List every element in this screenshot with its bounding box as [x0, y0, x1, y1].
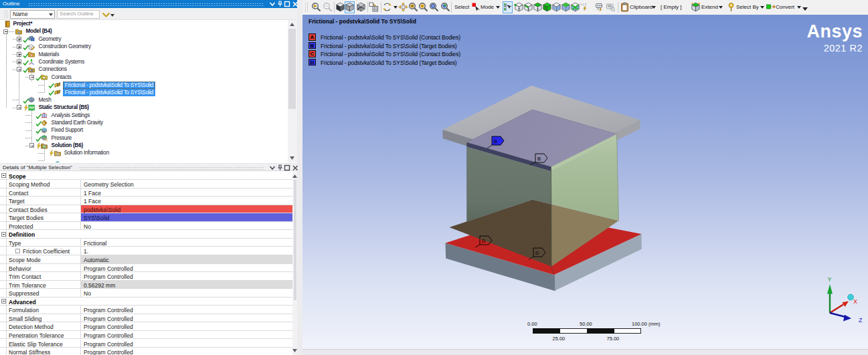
details-value[interactable]: 1.: [80, 247, 292, 255]
details-scrollbar[interactable]: [292, 172, 297, 355]
section-collapse-box[interactable]: [1, 232, 6, 237]
triad-x-axis[interactable]: X: [830, 298, 857, 313]
tree-item-mesh[interactable]: Mesh: [0, 96, 287, 104]
pin-icon[interactable]: [276, 164, 283, 171]
toolbar-grip[interactable]: [4, 10, 8, 18]
cube-gray-icon[interactable]: [345, 2, 355, 12]
sel-face-icon[interactable]: [533, 2, 543, 12]
zoom-minus-icon[interactable]: [408, 2, 418, 12]
sel-vertex-icon[interactable]: [514, 2, 524, 12]
select-by-icon[interactable]: [726, 2, 736, 12]
tree-item-static-structural-b5[interactable]: Static Structural (B5): [0, 104, 287, 111]
details-section-scope[interactable]: Scope: [0, 172, 292, 181]
details-value[interactable]: 1 Face: [80, 189, 292, 197]
select-label[interactable]: Select: [454, 0, 469, 15]
triad-iso-ball[interactable]: [848, 294, 854, 300]
clipboard-dropdown[interactable]: Clipboard: [630, 0, 653, 15]
clipboard-empty-status[interactable]: [ Empty ]: [661, 0, 682, 15]
zoom-plus-icon[interactable]: [418, 2, 428, 12]
maximize-icon[interactable]: [284, 164, 290, 171]
section-collapse-box[interactable]: [1, 173, 6, 178]
scroll-up-icon[interactable]: [288, 21, 297, 28]
extend-icon[interactable]: [691, 2, 701, 12]
chevron-down-icon[interactable]: [760, 6, 764, 9]
details-value[interactable]: Program Controlled: [80, 264, 292, 272]
chevron-down-icon[interactable]: [652, 6, 656, 9]
toolbar-grip[interactable]: [305, 2, 309, 13]
details-value[interactable]: 1 Face: [80, 197, 292, 205]
details-value[interactable]: podstvka\Solid: [80, 205, 292, 213]
tree-item-standard-earth-gravity[interactable]: Standard Earth Gravity: [0, 119, 287, 126]
scroll-thumb[interactable]: [294, 180, 296, 300]
tree-item-contacts[interactable]: Contacts: [0, 74, 287, 81]
scroll-down-icon[interactable]: [288, 154, 297, 162]
pin-note-icon[interactable]: [595, 2, 605, 12]
chevron-down-icon[interactable]: [269, 1, 276, 7]
chevron-down-icon[interactable]: [269, 164, 276, 171]
tree-item-project[interactable]: Project*: [0, 20, 287, 27]
details-value[interactable]: Program Controlled: [80, 306, 292, 314]
details-value[interactable]: Program Controlled: [80, 322, 292, 330]
tree-expand-minus[interactable]: [3, 29, 8, 34]
select-by-dropdown[interactable]: Select By: [736, 0, 759, 15]
zoom-green-icon[interactable]: [440, 2, 450, 12]
triad-y-axis[interactable]: Y: [827, 276, 833, 313]
tree-item-model-b4[interactable]: Model (B4): [0, 27, 287, 35]
outline-scrollbar[interactable]: [288, 20, 297, 162]
tree-item-materials[interactable]: Materials: [0, 51, 287, 58]
chevron-down-icon[interactable]: [797, 6, 801, 9]
sel-grid1-icon[interactable]: [551, 2, 561, 12]
tree-item-fixed-support[interactable]: Fixed Support: [0, 126, 287, 134]
scroll-up-icon[interactable]: [292, 172, 297, 180]
orientation-triad[interactable]: Y X Z: [796, 275, 868, 332]
cube-dark-icon[interactable]: [335, 2, 345, 12]
tree-item-solution-information[interactable]: Solution Information: [0, 149, 287, 156]
panel-splitter[interactable]: [297, 0, 302, 355]
select-mode-icon[interactable]: [503, 2, 513, 12]
toolbar-overflow-chevron-icon[interactable]: [802, 7, 808, 11]
scroll-down-icon[interactable]: [292, 347, 297, 354]
zoom-out-pale-icon[interactable]: [323, 2, 333, 12]
details-value[interactable]: Program Controlled: [80, 331, 292, 339]
clipboard-icon[interactable]: [620, 2, 630, 12]
mb-note-icon[interactable]: Mb: [606, 2, 616, 12]
chevron-down-icon[interactable]: [110, 14, 114, 17]
details-value[interactable]: No: [80, 289, 292, 297]
details-section-advanced[interactable]: Advanced: [0, 298, 292, 306]
pin-icon[interactable]: [276, 1, 283, 7]
sel-grid2-icon[interactable]: [561, 2, 571, 12]
maximize-icon[interactable]: [284, 1, 290, 7]
details-value[interactable]: Program Controlled: [80, 272, 292, 280]
details-value[interactable]: Program Controlled: [80, 348, 292, 355]
close-icon[interactable]: [292, 164, 298, 171]
extend-dropdown[interactable]: Extend: [701, 0, 718, 15]
outline-filter-dropdown[interactable]: Name: [10, 10, 55, 19]
tree-item-pressure[interactable]: Pressure: [0, 134, 287, 142]
tree-item-connections[interactable]: Connections: [0, 66, 287, 73]
section-collapse-box[interactable]: [1, 299, 6, 304]
tree-item[interactable]: [0, 157, 287, 162]
mode-dropdown[interactable]: Mode: [481, 0, 494, 15]
scroll-thumb[interactable]: [288, 29, 296, 109]
tree-item-frictional-podstvka-solid-to-sys-solid[interactable]: Frictional - podstvka\Solid To SYS\Solid: [0, 81, 287, 88]
triad-z-axis[interactable]: Z: [830, 313, 863, 324]
tree-item-solution-b6[interactable]: Solution (B6): [0, 142, 287, 149]
details-value[interactable]: Frictional: [80, 239, 292, 247]
paste-grid-icon[interactable]: [369, 2, 379, 12]
outline-search-input[interactable]: Search Outline: [57, 10, 100, 19]
details-value[interactable]: Automatic: [80, 255, 292, 263]
chevron-down-icon[interactable]: [496, 6, 500, 9]
chevron-down-icon[interactable]: [719, 6, 723, 9]
3d-viewport[interactable]: B B D D Frictional - podstvka\Solid To S…: [302, 15, 868, 349]
close-icon[interactable]: [292, 1, 298, 7]
details-value[interactable]: Program Controlled: [80, 314, 292, 322]
details-value[interactable]: Program Controlled: [80, 340, 292, 348]
chevron-down-icon[interactable]: [394, 6, 398, 9]
xyz-spark-icon[interactable]: x y z: [580, 2, 590, 12]
tree-item-frictional-podstvka-solid-to-sys-solid[interactable]: Frictional - podstvka\Solid To SYS\Solid: [0, 88, 287, 96]
rotate-ring-icon[interactable]: [382, 2, 392, 12]
details-section-definition[interactable]: Definition: [0, 230, 292, 239]
sel-body-icon[interactable]: [542, 2, 552, 12]
checkbox[interactable]: [15, 249, 20, 253]
convert-icon[interactable]: [766, 2, 776, 12]
